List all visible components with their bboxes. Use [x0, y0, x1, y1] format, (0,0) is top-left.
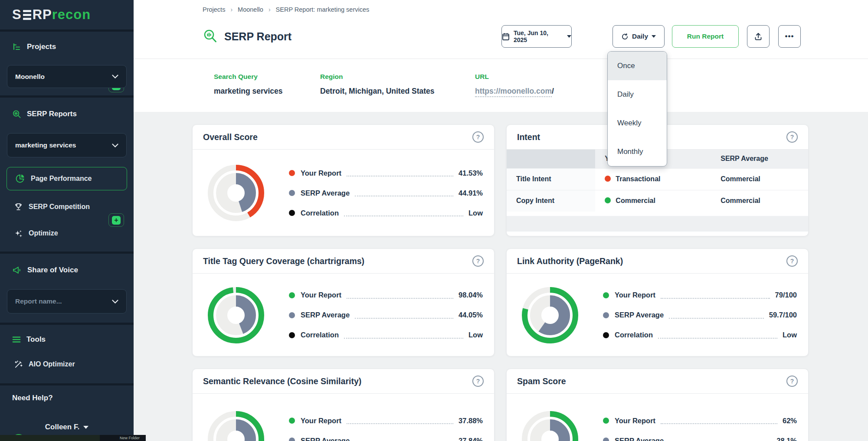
- legend-label: Correlation: [301, 331, 339, 339]
- serp-reports-label: SERP Reports: [27, 110, 77, 118]
- help-icon[interactable]: ?: [786, 376, 798, 387]
- run-report-button[interactable]: Run Report: [672, 25, 739, 48]
- share-of-voice-select[interactable]: Report name...: [7, 289, 127, 314]
- frequency-option-weekly[interactable]: Weekly: [608, 109, 667, 137]
- sidebar-item-optimize[interactable]: Optimize: [0, 225, 134, 242]
- megaphone-icon: [12, 266, 22, 274]
- table-row: Title Intent Transactional Commercial: [507, 168, 808, 190]
- app-logo[interactable]: S RP recon: [12, 7, 91, 23]
- legend-value: 79/100: [775, 291, 797, 299]
- card-semantic-relevance: Semantic Relevance (Cosine Similarity) ?…: [192, 369, 495, 441]
- frequency-menu: OnceDailyWeeklyMonthly: [607, 51, 667, 167]
- upload-icon: [754, 32, 763, 41]
- frequency-button[interactable]: Daily: [613, 25, 665, 48]
- series-dot: [289, 312, 295, 318]
- breadcrumb-separator: ›: [269, 6, 271, 13]
- desktop-artifact-strip: New Folder: [0, 435, 146, 441]
- legend-row: Your Report 37.88%: [289, 416, 483, 425]
- project-select[interactable]: Moonello: [7, 65, 127, 88]
- url-suffix: /: [552, 87, 554, 95]
- help-icon[interactable]: ?: [786, 131, 798, 143]
- calendar-icon: [502, 33, 510, 41]
- region-label: Region: [320, 73, 343, 81]
- more-options-button[interactable]: •••: [778, 25, 801, 48]
- legend-label: Your Report: [615, 417, 655, 425]
- legend-row: Your Report 62%: [603, 416, 797, 425]
- leader-line: [344, 216, 463, 216]
- donut-chart: [208, 287, 264, 343]
- legend-label: Your Report: [301, 169, 341, 177]
- card-link-authority: Link Authority (PageRank) ? Your Report …: [506, 248, 809, 356]
- tools-label: Tools: [26, 335, 46, 344]
- breadcrumb-current: SERP Report: marketing services: [276, 6, 370, 13]
- logo-text-rp: RP: [33, 7, 52, 23]
- help-icon[interactable]: ?: [786, 255, 798, 267]
- legend-row: SERP Average 44.91%: [289, 189, 483, 197]
- url-link[interactable]: https://moonello.com/: [475, 87, 554, 96]
- user-menu[interactable]: Colleen F.: [0, 423, 134, 431]
- legend-label: SERP Average: [301, 311, 350, 319]
- leader-line: [661, 423, 777, 424]
- card-title: Overall Score: [203, 132, 258, 142]
- date-picker-button[interactable]: Tue, Jun 10, 2025: [501, 25, 572, 48]
- ellipsis-icon: •••: [785, 32, 794, 41]
- breadcrumb-moonello[interactable]: Moonello: [238, 6, 263, 13]
- legend-label: SERP Average: [615, 437, 664, 441]
- serp-report-select[interactable]: marketing services: [7, 133, 127, 157]
- frequency-option-daily[interactable]: Daily: [608, 80, 667, 109]
- card-title: Spam Score: [517, 376, 566, 386]
- url-value[interactable]: https://moonello.com: [475, 87, 552, 97]
- series-dot: [289, 418, 295, 424]
- leader-line: [669, 318, 764, 319]
- legend-row: SERP Average 59.7/100: [603, 311, 797, 320]
- export-button[interactable]: [747, 25, 770, 48]
- leader-line: [661, 298, 770, 299]
- legend-value: 41.53%: [459, 169, 483, 177]
- donut-chart: [522, 287, 578, 343]
- legend-row: Your Report 98.04%: [289, 291, 483, 300]
- projects-tree-icon: [12, 42, 21, 51]
- frequency-option-monthly[interactable]: Monthly: [608, 137, 667, 166]
- run-report-label: Run Report: [687, 33, 724, 40]
- legend-row: Your Report 41.53%: [289, 169, 483, 177]
- caret-down-icon: [652, 35, 656, 38]
- page-title-row: SERP Report: [203, 25, 292, 48]
- table-row: Copy Intent Commercial Commercial: [507, 190, 808, 212]
- logo-e-glyph: [23, 10, 31, 20]
- legend-value: Low: [783, 331, 797, 339]
- legend-value: 27.84%: [459, 437, 483, 441]
- serp-competition-label: SERP Competition: [29, 203, 90, 211]
- series-dot: [289, 438, 295, 441]
- leader-line: [355, 196, 453, 196]
- date-label: Tue, Jun 10, 2025: [514, 29, 563, 43]
- share-of-voice-placeholder: Report name...: [15, 297, 62, 305]
- intent-footer: [507, 216, 808, 232]
- need-help-label[interactable]: Need Help?: [12, 394, 53, 402]
- sidebar-item-serp-competition[interactable]: SERP Competition: [0, 198, 134, 216]
- breadcrumb-separator: ›: [230, 6, 233, 13]
- sidebar-divider: [0, 323, 134, 325]
- help-icon[interactable]: ?: [472, 376, 484, 387]
- legend-row: SERP Average 44.05%: [289, 311, 483, 320]
- breadcrumb-projects[interactable]: Projects: [203, 6, 225, 13]
- series-dot: [289, 292, 295, 298]
- logo-text-s: S: [12, 7, 22, 23]
- trophy-icon: [14, 203, 23, 212]
- sidebar: S RP recon Projects + Moonello SERP Repo…: [0, 0, 134, 441]
- series-dot: [289, 332, 295, 338]
- legend-value: 44.05%: [459, 311, 483, 319]
- sidebar-section-share-of-voice: Share of Voice +: [0, 262, 134, 278]
- series-dot: [289, 170, 295, 176]
- help-icon[interactable]: ?: [472, 255, 484, 267]
- sidebar-item-page-performance[interactable]: Page Performance: [7, 167, 127, 190]
- help-icon[interactable]: ?: [472, 131, 484, 143]
- legend-row: SERP Average -28.1%: [603, 436, 797, 441]
- legend-label: Your Report: [615, 291, 655, 299]
- intent-col-blank: [507, 150, 595, 168]
- sidebar-item-aio-optimizer[interactable]: AIO Optimizer: [0, 356, 134, 373]
- card-title: Title Tag Query Coverage (chartrigrams): [203, 256, 364, 266]
- frequency-option-once[interactable]: Once: [608, 52, 667, 80]
- sparkles-icon: [14, 229, 23, 238]
- legend-label: Correlation: [615, 331, 653, 339]
- legend-label: SERP Average: [615, 311, 664, 319]
